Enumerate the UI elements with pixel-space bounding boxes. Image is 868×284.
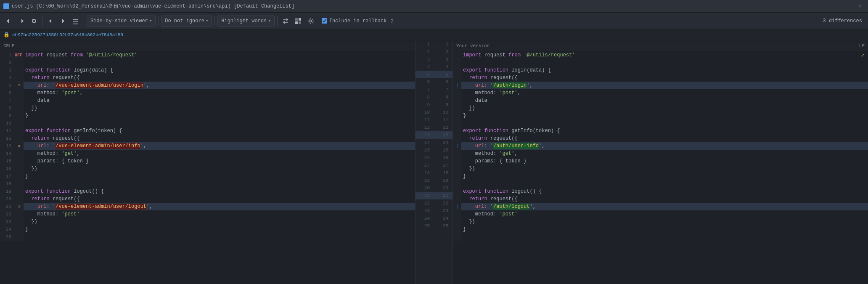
left-line-num: 24 xyxy=(418,216,431,221)
right-line-num: 13 xyxy=(437,133,450,138)
help-button[interactable]: ? xyxy=(389,16,396,25)
diff-marker xyxy=(15,180,24,188)
diff-marker xyxy=(453,180,461,188)
highlight-dropdown[interactable]: Highlight words ▼ xyxy=(217,16,274,27)
line-content: }) xyxy=(461,218,868,226)
table-row: 18 xyxy=(0,180,415,188)
center-gutter-line: 1111 xyxy=(415,116,453,124)
diff-options-button[interactable] xyxy=(293,16,304,26)
table-row: 1OFFimport request from '@/utils/request… xyxy=(0,51,415,59)
diff-marker xyxy=(453,173,461,180)
line-number: 20 xyxy=(0,195,15,203)
right-line-num: 3 xyxy=(437,57,450,62)
center-gutter-line: 66 xyxy=(415,78,453,86)
center-gutter-line: 2121 xyxy=(415,192,453,199)
center-gutter-line: 1919 xyxy=(415,177,453,184)
diff-marker xyxy=(15,165,24,173)
left-line-num: 17 xyxy=(418,163,431,168)
back-button[interactable] xyxy=(45,16,56,26)
left-panel-header: CRLF xyxy=(0,40,415,51)
right-diff-content[interactable]: import request from '@/utils/request'✓ e… xyxy=(453,51,868,284)
line-number: 23 xyxy=(0,218,15,226)
viewer-dropdown[interactable]: Side-by-side viewer ▼ xyxy=(87,16,156,27)
table-row: 12 return request({ xyxy=(0,135,415,142)
line-content: }) xyxy=(461,165,868,173)
diff-marker xyxy=(15,59,24,66)
table-row: export function getInfo(token) { xyxy=(453,127,868,135)
swap-button[interactable] xyxy=(280,16,291,26)
ignore-dropdown[interactable]: Do not ignore ▼ xyxy=(161,16,212,27)
line-content: return request({ xyxy=(461,195,868,203)
table-row: export function logout() { xyxy=(453,188,868,195)
left-line-num: 14 xyxy=(418,140,431,145)
app-icon xyxy=(3,3,9,9)
line-content xyxy=(461,119,868,127)
line-number: 4 xyxy=(0,74,15,82)
forward-button[interactable] xyxy=(58,16,69,26)
diff-marker xyxy=(15,74,24,82)
prev-diff-button[interactable] xyxy=(3,16,14,26)
table-row: }) xyxy=(453,104,868,112)
center-gutter-line: 55 xyxy=(415,71,453,78)
right-line-num: 23 xyxy=(437,208,450,213)
left-line-num: 6 xyxy=(418,80,431,85)
right-line-num: 7 xyxy=(437,87,450,92)
include-rollback-checkbox[interactable] xyxy=(322,18,327,24)
diff-marker: » xyxy=(15,203,24,210)
table-row: | url: '/auth/user-info', xyxy=(453,142,868,150)
table-row: 2 xyxy=(0,59,415,66)
left-diff-content[interactable]: 1OFFimport request from '@/utils/request… xyxy=(0,51,415,284)
table-row: 9} xyxy=(0,112,415,119)
table-row: 20 return request({ xyxy=(0,195,415,203)
right-line-num: 2 xyxy=(437,49,450,54)
right-line-num: 22 xyxy=(437,201,450,206)
line-content: } xyxy=(461,173,868,180)
line-content xyxy=(24,180,415,188)
diff-marker xyxy=(453,150,461,157)
window-title: user.js (C:\00_Work\02_Personal\备份\vue-a… xyxy=(12,3,854,10)
diff-marker xyxy=(453,104,461,112)
table-row: } xyxy=(453,226,868,233)
settings-button[interactable] xyxy=(305,16,316,26)
center-gutter-line: 2020 xyxy=(415,184,453,192)
info-bar: 🔒 ab97bc225927d350f32b37c646c862be78d5af… xyxy=(0,29,868,40)
line-content: return request({ xyxy=(24,195,415,203)
diff-marker xyxy=(15,226,24,233)
table-row: 15 params: { token } xyxy=(0,157,415,165)
center-gutter-line: 22 xyxy=(415,48,453,56)
left-line-num: 11 xyxy=(418,117,431,122)
line-content: } xyxy=(24,226,415,233)
line-content: import request from '@/utils/request' xyxy=(24,51,415,59)
diff-marker xyxy=(15,157,24,165)
svg-rect-2 xyxy=(295,21,298,24)
diff-marker xyxy=(15,218,24,226)
left-line-num: 4 xyxy=(418,64,431,69)
line-content: url: '/auth/logout', xyxy=(461,203,868,210)
undo-button[interactable] xyxy=(29,16,40,26)
line-content xyxy=(461,59,868,66)
diff-marker xyxy=(15,210,24,218)
line-number: 19 xyxy=(0,188,15,195)
table-row: 17} xyxy=(0,173,415,180)
diff-marker xyxy=(15,150,24,157)
next-diff-button[interactable] xyxy=(16,16,27,26)
line-content: method: 'post', xyxy=(24,89,415,97)
table-row: 7 data xyxy=(0,97,415,104)
viewer-dropdown-arrow: ▼ xyxy=(150,19,152,23)
line-content: } xyxy=(461,112,868,119)
right-line-num: 11 xyxy=(437,117,450,122)
table-row: 19export function logout() { xyxy=(0,188,415,195)
left-line-num: 22 xyxy=(418,201,431,206)
line-content: import request from '@/utils/request' xyxy=(461,51,861,59)
line-number: 9 xyxy=(0,112,15,119)
line-content: } xyxy=(461,226,868,233)
include-rollback-label[interactable]: Include in rollback xyxy=(322,18,387,24)
right-line-num: 20 xyxy=(437,186,450,191)
menu-button[interactable] xyxy=(70,16,81,26)
left-line-num: 10 xyxy=(418,110,431,115)
close-button[interactable]: × xyxy=(856,2,865,11)
diff-marker xyxy=(453,188,461,195)
line-content xyxy=(461,180,868,188)
table-row: 5» url: '/vue-element-admin/user/login', xyxy=(0,82,415,89)
line-number: 17 xyxy=(0,173,15,180)
